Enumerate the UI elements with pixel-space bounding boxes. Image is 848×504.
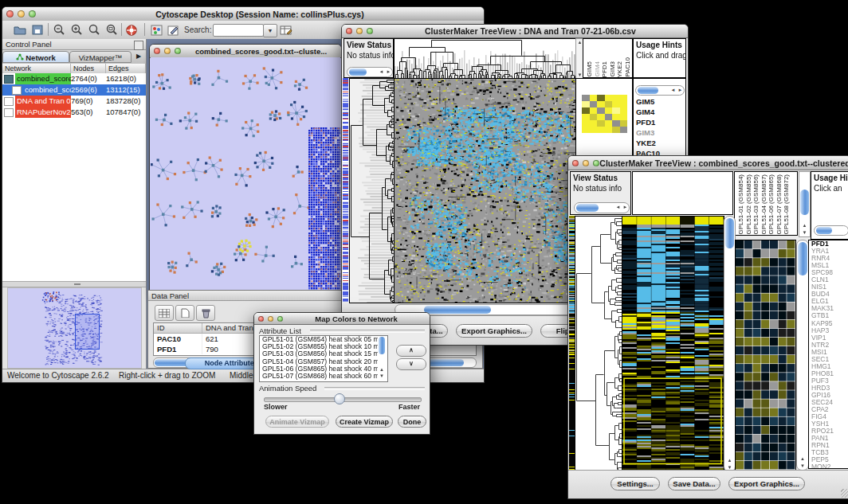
row-dendrogram[interactable] [575,216,622,472]
scroll-left-icon[interactable]: ◄ [669,86,677,95]
treeview2-button[interactable]: Settings... [610,477,660,490]
scroll-right-icon[interactable]: ► [622,203,629,213]
save-icon[interactable] [30,23,45,37]
row-label[interactable]: PFD1 [634,117,685,127]
labels-scrollbar[interactable]: ◄ ► [635,85,685,96]
zoom-matrix-cell[interactable] [590,95,598,101]
zoom-matrix-cell[interactable] [597,114,605,120]
scroll-left-icon[interactable]: ◄ [614,203,622,213]
main-titlebar[interactable]: Cytoscape Desktop (Session Name: collins… [2,7,484,21]
close-icon[interactable] [346,28,352,34]
zoom-matrix-cell[interactable] [605,114,613,120]
close-icon[interactable] [6,10,14,18]
scroll-left-icon[interactable]: ◄ [378,68,385,76]
zoom-matrix-cell[interactable] [605,101,613,107]
dialog-titlebar[interactable]: Map Colors to Network [254,313,430,325]
zoom-matrix-cell[interactable] [590,120,598,127]
tab-network[interactable]: Network [2,51,69,63]
minimize-icon[interactable] [18,10,25,18]
close-icon[interactable] [154,48,160,54]
zoom-matrix-cell[interactable] [590,107,598,114]
delete-attribute-icon[interactable] [196,305,215,321]
zoom-window-icon[interactable] [593,160,599,166]
column-label[interactable]: GIM3 [609,61,617,77]
zoom-matrix-cell[interactable] [597,120,605,127]
treeview1-button[interactable]: Export Graphics... [456,324,532,338]
birds-eye-view[interactable] [7,287,142,369]
open-file-icon[interactable] [13,23,27,37]
attribute-list-item[interactable]: GPL51-07 (GSM868) heat shock 60 min [260,373,387,380]
zoom-view-heatmap[interactable] [735,240,796,471]
network-canvas[interactable] [151,57,340,294]
zoom-matrix-cell[interactable] [582,107,590,114]
scroll-up-icon[interactable]: ▲ [799,222,810,229]
treeview2-button[interactable]: Export Graphics... [728,477,805,490]
zoom-matrix-cell[interactable] [590,114,598,120]
column-label[interactable]: GPL51-06 (GSM865) [768,174,775,235]
help-lifebuoy-icon[interactable] [124,23,139,37]
scroll-up-icon[interactable]: ▲ [724,457,735,464]
column-dendrogram[interactable] [394,38,576,79]
column-label[interactable]: GIM4 [594,61,602,77]
scroll-down-icon[interactable]: ▼ [799,229,810,236]
column-label[interactable]: PAC10 [624,57,632,77]
matrix-overview-strip[interactable] [343,78,348,302]
new-attribute-icon[interactable] [175,305,194,321]
scroll-up-icon[interactable]: ▲ [797,455,808,463]
zoom-matrix-cell[interactable] [620,120,628,127]
zoom-matrix-cell[interactable] [620,95,628,101]
zoom-window-icon[interactable] [277,316,283,322]
zoom-matrix-cell[interactable] [612,107,620,114]
heatmap-canvas[interactable] [394,78,576,303]
minimize-icon[interactable] [268,316,273,322]
column-label[interactable]: PFD1 [601,61,609,77]
matrix-overview-strip[interactable] [569,216,575,471]
zoom-matrix-cell[interactable] [605,95,613,101]
attribute-list-scrollbar[interactable]: ▲ ▼ [378,336,386,380]
table-mode-icon[interactable] [155,305,174,321]
minimize-icon[interactable] [583,160,589,166]
gene-list-scrollbar[interactable]: ▲ ▼ [796,240,809,471]
zoom-matrix-cell[interactable] [612,127,620,133]
zoom-matrix[interactable] [582,95,627,133]
zoom-window-icon[interactable] [175,48,181,54]
heatmap-vscrollbar[interactable]: ▲ ▼ [724,216,736,472]
zoom-matrix-cell[interactable] [582,95,590,101]
zoom-matrix-cell[interactable] [582,114,590,120]
scroll-right-icon[interactable]: ► [677,86,684,95]
column-label[interactable]: GPL51-04 (GSM857) [760,174,768,235]
row-label[interactable]: YKE2 [634,138,685,148]
zoom-window-icon[interactable] [367,28,373,34]
column-label[interactable]: YKE2 [616,61,624,77]
heatmap-canvas[interactable] [622,216,724,472]
zoom-matrix-cell[interactable] [620,114,628,120]
column-label[interactable]: GPL51-08 (GSM872) [783,174,791,235]
column-label[interactable]: GPL51-03 (GSM856) [752,174,760,235]
minimize-icon[interactable] [164,48,171,54]
column-label[interactable]: GIM5 [586,61,594,77]
close-icon[interactable] [258,316,264,322]
zoom-window-icon[interactable] [29,10,36,18]
annotation-icon[interactable] [166,23,180,37]
panel-divider[interactable] [2,281,146,287]
treeview2-titlebar[interactable]: ClusterMaker TreeView : combined_scores_… [568,156,848,170]
zoom-matrix-cell[interactable] [597,127,605,133]
network-view-titlebar[interactable]: combined_scores_good.txt--cluste... [150,45,341,58]
zoom-matrix-cell[interactable] [612,120,620,127]
column-label[interactable]: GPL51-01 (GSM854) [737,174,745,235]
view-status-scrollbar[interactable]: ◄ ► [347,67,393,77]
dialog-button[interactable]: Create Vizmap [336,416,393,428]
column-label[interactable]: GPL51-07 (GSM868) [775,174,783,235]
zoom-matrix-cell[interactable] [597,95,605,101]
scroll-right-icon[interactable]: ► [385,68,392,76]
treeview2-button[interactable]: Save Data... [668,477,720,490]
scroll-down-icon[interactable]: ▼ [797,463,808,470]
slider-thumb[interactable] [334,393,345,404]
zoom-matrix-cell[interactable] [582,120,590,127]
zoom-matrix-cell[interactable] [605,127,613,133]
view-status-scrollbar[interactable]: ◄ ► [574,202,630,213]
row-dendrogram[interactable] [349,78,395,303]
zoom-out-icon[interactable] [52,23,66,37]
network-list-row[interactable]: RNAPuberNov2+ 563(0) 107847(0) [2,107,146,118]
zoom-fit-icon[interactable] [87,23,101,37]
